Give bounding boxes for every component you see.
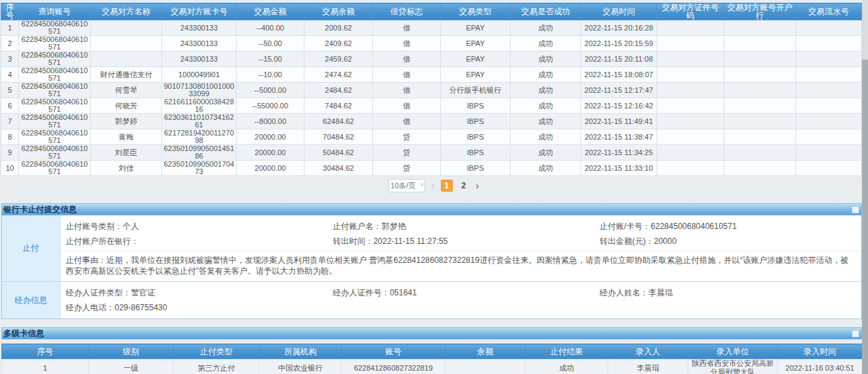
column-header: 录入人 [608, 344, 688, 359]
table-cell: 70484.62 [304, 129, 373, 145]
table-cell [657, 67, 724, 83]
table-cell: 6228450068040610571 [19, 114, 91, 129]
table-cell: 2022-11-15 11:33:10 [581, 161, 657, 176]
page-button-1[interactable]: 1 [441, 180, 453, 192]
table-cell: 借 [373, 67, 441, 83]
table-cell: 7 [1, 114, 19, 129]
table-cell [91, 51, 162, 67]
table-cell [657, 36, 724, 51]
column-header: 交易对方证件号码 [657, 3, 724, 20]
table-cell: 6228450068040610571 [19, 20, 91, 36]
table-cell: 50484.62 [304, 145, 373, 161]
table-cell: 2022-11-15 20:15:59 [581, 36, 657, 51]
column-header: 余额 [446, 344, 526, 359]
next-page-button[interactable]: › [475, 180, 481, 191]
table-cell: 6228450068040610571 [19, 98, 91, 114]
table-cell: 2022-11-15 12:17:47 [581, 83, 657, 98]
column-header: 级别 [89, 344, 174, 359]
transactions-header-row: 序号查询账号交易对方名称交易对方账卡号交易金额交易余额借贷标志交易类型交易是否成… [1, 3, 862, 20]
stop-payment-panel: 银行卡止付提交信息 止付 止付账号类别：个人 止付账户名：郭梦艳 止付账/卡号：… [1, 203, 862, 319]
table-cell: EPAY [441, 67, 511, 83]
table-cell: 借 [373, 83, 441, 98]
column-header: 序号 [2, 344, 89, 359]
field-stop-card-number: 止付账/卡号：6228450068040610571 [594, 220, 861, 233]
page-button-2[interactable]: 2 [458, 180, 470, 192]
table-cell: --8000.00 [237, 114, 304, 129]
table-cell: 30484.62 [304, 161, 373, 176]
handler-info-section-label: 经办信息 [2, 282, 60, 318]
table-cell: 成功 [511, 83, 581, 98]
multi-card-panel: 多级卡信息 [1, 327, 862, 339]
table-cell: 陕西省西安市公安局高新分局刑警大队 [688, 359, 778, 374]
transaction-row: 66228450068040610571何晓芳62166116000038428… [1, 98, 862, 114]
vertical-scrollbar[interactable] [862, 0, 868, 374]
column-header: 账号 [342, 344, 446, 359]
page-root: 序号查询账号交易对方名称交易对方账卡号交易金额交易余额借贷标志交易类型交易是否成… [0, 0, 868, 374]
table-cell [796, 98, 862, 114]
column-header: 交易是否成功 [511, 3, 581, 20]
collapse-icon[interactable] [852, 330, 859, 337]
table-cell: IBPS [441, 98, 511, 114]
table-cell: 6230361101073416261 [162, 114, 237, 129]
transaction-row: 56228450068040610571何雪琴90107130801001000… [1, 83, 862, 98]
field-handler-id-number: 经办人证件号：051641 [328, 286, 595, 299]
column-header: 交易对方账卡号 [162, 3, 237, 20]
column-header: 交易余额 [304, 3, 373, 20]
multi-card-panel-title: 多级卡信息 [1, 327, 862, 339]
table-cell: --50.00 [237, 36, 304, 51]
table-cell [724, 83, 796, 98]
collapse-icon[interactable] [852, 206, 859, 213]
table-cell: 借 [373, 20, 441, 36]
transaction-row: 76228450068040610571郭梦婷62303611010734162… [1, 114, 862, 129]
page-size-select[interactable]: 10条/页 ˅ [389, 179, 425, 192]
table-cell: 1000049901 [162, 67, 237, 83]
table-cell: 借 [373, 98, 441, 114]
field-stop-account-bank: 止付账户所在银行： [60, 234, 328, 248]
table-cell: 2459.62 [304, 51, 373, 67]
scrollbar-thumb[interactable] [862, 60, 868, 374]
table-cell: 贷 [373, 161, 441, 176]
table-cell: 李晨琨 [608, 359, 688, 374]
table-cell: 第三方止付 [174, 359, 260, 374]
table-cell: EPAY [441, 36, 511, 51]
table-cell: EPAY [441, 20, 511, 36]
table-cell: 2009.62 [304, 20, 373, 36]
transaction-row: 26228450068040610571243300133--50.002409… [1, 36, 862, 51]
table-cell: 243300133 [162, 20, 237, 36]
table-cell [724, 67, 796, 83]
table-cell: --400.00 [237, 20, 304, 36]
table-cell: 成功 [511, 20, 581, 36]
table-cell [796, 67, 862, 83]
table-cell: 20000.00 [237, 129, 304, 145]
table-cell: 2022-11-15 20:16:28 [581, 20, 657, 36]
table-cell: 1 [2, 359, 89, 374]
table-cell: 2022-11-15 11:38:47 [581, 129, 657, 145]
pagination: 10条/页 ˅ ‹ 1 2 › [1, 177, 868, 194]
multi-card-body: 1一级第三方止付中国农业银行6228412860827322819成功李晨琨陕西… [2, 359, 863, 374]
table-cell [724, 114, 796, 129]
table-cell: 6216611600003842816 [162, 98, 237, 114]
field-stop-account-type: 止付账号类别：个人 [60, 220, 328, 233]
field-transfer-time: 转出时间：2022-11-15 11:27:55 [328, 234, 595, 248]
transaction-row: 86228450068040610571黄梅621728194200112709… [1, 129, 862, 145]
transaction-row: 16228450068040610571243300133--400.00200… [1, 20, 862, 36]
table-cell: 6235010990500145186 [162, 145, 237, 161]
handler-info-section: 经办信息 经办人证件类型：警官证 经办人证件号：051641 经办人姓名：李晨琨… [2, 281, 861, 318]
table-cell: 6228450068040610571 [19, 67, 91, 83]
table-cell [91, 20, 162, 36]
table-cell [796, 145, 862, 161]
table-cell: 何雪琴 [91, 83, 162, 98]
table-cell: 6228450068040610571 [19, 36, 91, 51]
table-cell: 7484.62 [304, 98, 373, 114]
table-cell: 6228450068040610571 [19, 83, 91, 98]
panel-title-text: 多级卡信息 [3, 329, 44, 338]
prev-page-button[interactable]: ‹ [430, 180, 436, 191]
table-cell [796, 161, 862, 176]
column-header: 借贷标志 [373, 3, 441, 20]
card-row: 1一级第三方止付中国农业银行6228412860827322819成功李晨琨陕西… [2, 359, 863, 374]
field-transfer-amount: 转出金额(元)：20000 [594, 234, 861, 248]
table-cell: 成功 [511, 161, 581, 176]
column-header: 交易时间 [581, 3, 657, 20]
stop-payment-section-label: 止付 [2, 215, 60, 281]
field-handler-id-type: 经办人证件类型：警官证 [60, 286, 328, 299]
